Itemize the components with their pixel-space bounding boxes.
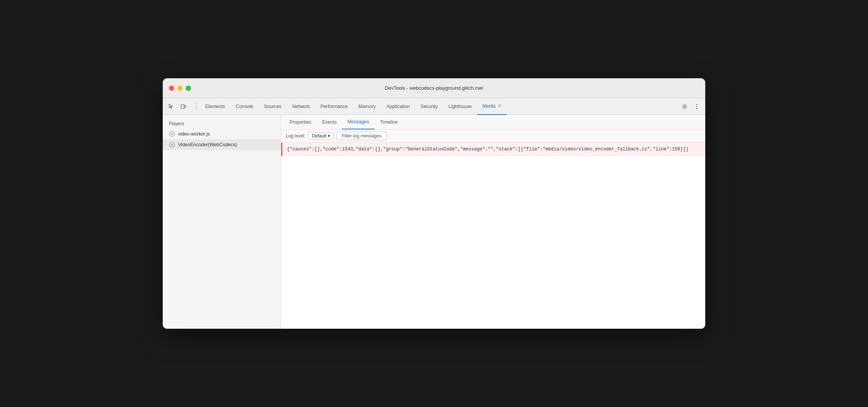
tab-console[interactable]: Console [230, 98, 259, 115]
tab-security[interactable]: Security [415, 98, 443, 115]
device-toggle-icon[interactable] [178, 101, 189, 112]
svg-rect-0 [181, 105, 184, 108]
toolbar-right-icons [679, 101, 702, 112]
sidebar-header: Players [163, 118, 281, 129]
message-row: {"causes":[],"code":1543,"data":{},"grou… [281, 143, 705, 156]
tab-media[interactable]: Media ✕ [477, 98, 507, 115]
tab-lighthouse[interactable]: Lighthouse [443, 98, 477, 115]
filter-messages-button[interactable]: Filter log messages [337, 132, 386, 140]
play-icon-encoder [169, 142, 175, 148]
tab-application[interactable]: Application [381, 98, 415, 115]
subtab-events[interactable]: Events [317, 115, 342, 129]
sub-tabs: Properties Events Messages Timeline [281, 115, 705, 129]
log-toolbar: Log level: Default ▾ Filter log messages [281, 129, 705, 143]
close-tab-icon[interactable]: ✕ [498, 103, 501, 108]
log-level-label: Log level: [286, 133, 305, 139]
svg-point-4 [696, 106, 698, 107]
inspect-icon[interactable] [166, 101, 177, 112]
svg-point-2 [684, 105, 686, 107]
tab-elements[interactable]: Elements [200, 98, 230, 115]
svg-point-3 [696, 104, 698, 105]
svg-marker-7 [172, 133, 173, 135]
title-bar: DevTools - webcodecs-playground.glitch.m… [163, 78, 705, 98]
tab-memory[interactable]: Memory [353, 98, 381, 115]
content-panel: Properties Events Messages Timeline Log … [281, 115, 705, 329]
tab-sources[interactable]: Sources [259, 98, 287, 115]
toolbar: Elements Console Sources Network Perform… [163, 98, 705, 115]
minimize-button[interactable] [177, 86, 183, 91]
messages-area: {"causes":[],"code":1543,"data":{},"grou… [281, 143, 705, 329]
tab-network[interactable]: Network [287, 98, 315, 115]
play-icon [169, 131, 175, 137]
maximize-button[interactable] [186, 86, 191, 91]
player-item-video-worker[interactable]: video-worker.js [163, 129, 281, 139]
dropdown-arrow-icon: ▾ [328, 133, 330, 139]
subtab-messages[interactable]: Messages [342, 115, 374, 129]
main-nav-tabs: Elements Console Sources Network Perform… [200, 98, 679, 115]
svg-rect-1 [184, 105, 186, 108]
message-text: {"causes":[],"code":1543,"data":{},"grou… [287, 147, 688, 152]
settings-icon[interactable] [679, 101, 690, 112]
svg-point-5 [696, 108, 698, 109]
window-title: DevTools - webcodecs-playground.glitch.m… [385, 85, 483, 91]
main-content: Players video-worker.js VideoEncoder(Web… [163, 115, 705, 329]
subtab-timeline[interactable]: Timeline [374, 115, 403, 129]
sidebar: Players video-worker.js VideoEncoder(Web… [163, 115, 281, 329]
log-level-select[interactable]: Default ▾ [308, 132, 334, 140]
close-button[interactable] [169, 86, 174, 91]
subtab-properties[interactable]: Properties [284, 115, 317, 129]
toolbar-tool-icons [166, 101, 189, 112]
svg-marker-9 [172, 144, 173, 146]
devtools-window: DevTools - webcodecs-playground.glitch.m… [163, 78, 705, 329]
window-controls [169, 86, 191, 91]
more-options-icon[interactable] [691, 101, 702, 112]
player-item-video-encoder[interactable]: VideoEncoder(WebCodecs) [163, 139, 281, 150]
toolbar-divider [196, 103, 197, 110]
tab-performance[interactable]: Performance [315, 98, 353, 115]
